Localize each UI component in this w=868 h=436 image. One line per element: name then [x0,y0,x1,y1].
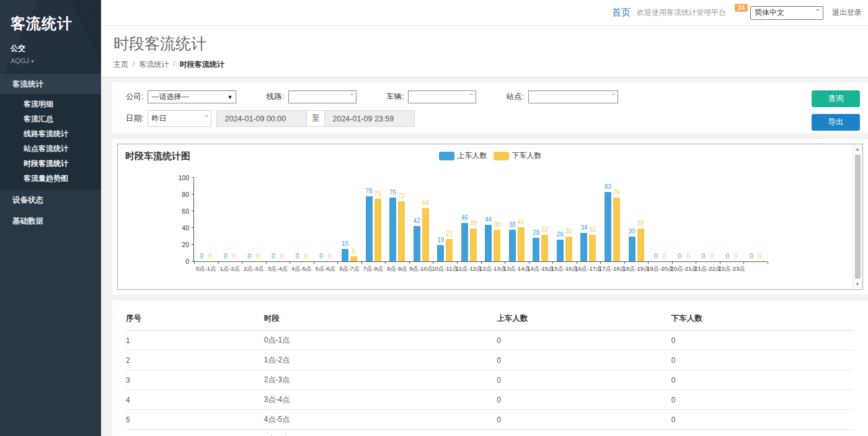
bar-boarding [461,223,468,261]
table-header-row: 序号时段上车人数下车人数 [126,308,853,331]
sidebar-item-passenger-detail[interactable]: 客流明细 [0,97,101,111]
table-cell: 1 [126,331,264,351]
route-select[interactable]: ˇ [288,90,356,103]
breadcrumb-passenger-stats[interactable]: 客流统计 [139,59,169,70]
table-cell: 6 [126,430,264,436]
user-menu[interactable]: AQGJ▾ [11,57,101,64]
main-area: 首页 欢迎使用客流统计管理平台 34 简体中文 ˇ 退出登录 时段客流统计 主页… [101,0,868,436]
top-navbar: 首页 欢迎使用客流统计管理平台 34 简体中文 ˇ 退出登录 [101,0,868,26]
table-cell: 0 [671,390,853,410]
x-axis-tick [457,261,458,264]
chart-scrollbar[interactable]: ▲ ▼ [852,145,862,289]
x-axis-tick [385,261,386,264]
legend-item-下车人数[interactable]: 下车人数 [494,150,542,161]
sidebar-item-passenger-stats[interactable]: 客流统计 [0,73,101,94]
breadcrumb: 主页 / 客流统计 / 时段客流统计 [113,59,868,70]
notification-badge: 34 [735,4,748,12]
bar-value-label: 76 [607,189,626,196]
table-panel: 序号时段上车人数下车人数 10点-1点0021点-2点0032点-3点0043点… [112,300,868,436]
home-link[interactable]: 首页 [612,7,631,19]
y-axis-tick-label: 20 [170,241,189,248]
bar-value-label: 27 [440,230,459,237]
table-cell: 2 [126,351,264,370]
sidebar-item-period-stats[interactable]: 时段客流统计 [0,156,101,171]
x-axis-tick [696,261,696,264]
table-cell: 5点-6点 [264,430,497,436]
x-axis-tick [433,261,433,264]
language-select[interactable]: 简体中文 ˇ [750,6,823,20]
x-axis-tick [768,261,768,264]
date-end-input[interactable]: 2024-01-09 23:59 [324,110,415,127]
x-axis-category-label: 13点-14点 [503,265,530,273]
sidebar-item-station-stats[interactable]: 站点客流统计 [0,141,101,156]
table-row: 54点-5点00 [126,410,853,430]
bar-alighting [637,229,644,261]
table-header-cell: 下车人数 [671,308,853,331]
x-axis-category-label: 0点-1点 [196,265,216,273]
y-axis-tick [192,227,194,228]
table-cell: 3点-4点 [264,390,497,410]
table-cell: 0 [671,331,853,351]
legend-label: 上车人数 [458,150,487,161]
chevron-down-icon: ˇ [470,94,473,100]
table-header-cell: 序号 [126,308,264,331]
vehicle-select[interactable]: ˇ [408,90,476,103]
bar-alighting [541,235,548,261]
x-axis-category-label: 8点-9点 [387,265,407,273]
chart-panel: 时段车流统计图 上车人数下车人数 020406080100000点-1点001点… [112,139,868,294]
date-range-group: 2024-01-09 00:00 至 2024-01-09 23:59 [216,110,415,127]
chart-legend: 上车人数下车人数 [439,150,542,161]
sidebar-item-base-data[interactable]: 基础数据 [0,211,101,232]
table-cell: 0 [497,331,671,351]
company-select[interactable]: ---请选择--- ▼ [148,90,236,103]
bar-alighting [422,208,429,261]
caret-down-icon: ▼ [228,94,233,100]
sidebar-item-trend-chart[interactable]: 客流量趋势图 [0,171,101,186]
x-axis-tick [337,261,338,264]
scroll-down-icon[interactable]: ▼ [856,280,860,289]
table-cell: 2点-3点 [264,370,497,390]
period-stats-table: 序号时段上车人数下车人数 10点-1点0021点-2点0032点-3点0043点… [126,308,853,436]
scroll-up-icon[interactable]: ▲ [856,145,860,154]
bar-alighting [350,256,357,261]
x-axis-tick [266,261,267,264]
x-axis-category-label: 16点-17点 [575,265,601,273]
bar-alighting [446,239,453,261]
table-cell: 0 [497,351,671,370]
x-axis-category-label: 2点-3点 [244,265,264,273]
legend-item-上车人数[interactable]: 上车人数 [439,150,487,161]
x-axis-category-label: 17点-18点 [599,265,626,273]
filter-row-2: 日期: 昨日 ˇ 2024-01-09 00:00 至 2024-01-09 2… [126,110,868,127]
scrollbar-thumb[interactable] [855,155,861,279]
logout-link[interactable]: 退出登录 [832,7,862,18]
breadcrumb-home[interactable]: 主页 [113,59,128,70]
sidebar-item-passenger-summary[interactable]: 客流汇总 [0,111,101,126]
x-axis-category-label: 9点-10点 [409,265,433,273]
station-select[interactable]: ˇ [528,90,618,103]
x-axis-category-label: 5点-6点 [316,265,336,273]
date-to-label: 至 [307,110,324,127]
x-axis-category-label: 21点-22点 [694,265,721,273]
x-axis-tick [242,261,242,264]
chevron-down-icon: ˇ [205,115,208,122]
y-axis-tick-label: 60 [170,207,189,215]
bar-boarding [485,225,492,261]
date-start-input[interactable]: 2024-01-09 00:00 [216,110,307,127]
search-button[interactable]: 查询 [812,90,860,107]
export-button[interactable]: 导出 [812,114,860,131]
x-axis-tick [314,261,314,264]
date-preset-select[interactable]: 昨日 ˇ [148,110,211,127]
sidebar-item-route-stats[interactable]: 线路客流统计 [0,126,101,141]
table-cell: 0 [671,410,853,430]
chevron-down-icon: ˇ [817,9,819,17]
x-axis-tick [720,261,720,264]
page-heading: 时段客流统计 主页 / 客流统计 / 时段客流统计 [101,26,868,77]
bar-boarding [437,245,444,261]
x-axis-category-label: 14点-15点 [527,265,554,273]
bar-alighting [398,201,405,261]
bar-alighting [494,230,500,261]
bar-boarding [414,226,420,261]
station-label: 站点: [506,92,523,102]
breadcrumb-current: 时段客流统计 [180,59,224,70]
sidebar-item-device-status[interactable]: 设备状态 [0,190,101,211]
